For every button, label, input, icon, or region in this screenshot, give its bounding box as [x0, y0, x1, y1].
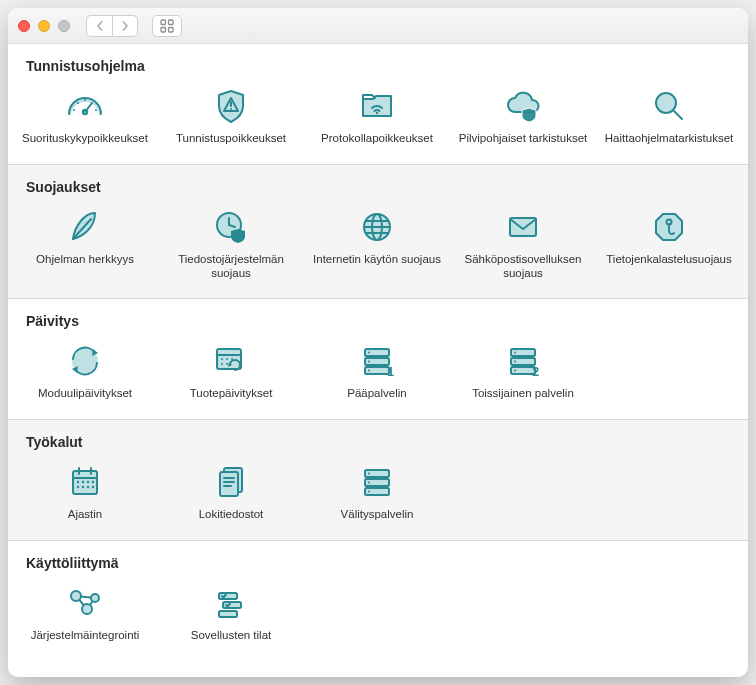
item-label: Sovellusten tilat [191, 629, 272, 643]
item-ajastin[interactable]: Ajastin [12, 460, 158, 522]
svg-point-32 [221, 358, 223, 360]
item-tuotepaivitykset[interactable]: Tuotepäivitykset [158, 339, 304, 401]
item-sahkopostisovelluksen-suojaus[interactable]: Sähköpostisovelluksen suojaus [450, 205, 596, 281]
item-tietojenkalastelusuojaus[interactable]: Tietojenkalastelusuojaus [596, 205, 742, 281]
icon-row: Ajastin Lokitiedostot Välityspalvelin [8, 454, 748, 540]
item-label: Lokitiedostot [199, 508, 264, 522]
item-tiedostojarjestelman-suojaus[interactable]: Tiedostojärjestelmän suojaus [158, 205, 304, 281]
item-label: Tunnistuspoikkeukset [176, 132, 286, 146]
item-label: Haittaohjelmatarkistukset [605, 132, 733, 146]
icon-row: Suorituskykypoikkeukset Tunnistuspoikkeu… [8, 78, 748, 164]
item-pilvipohjaiset-tarkistukset[interactable]: Pilvipohjaiset tarkistukset [450, 84, 596, 146]
item-haittaohjelmatarkistukset[interactable]: Haittaohjelmatarkistukset [596, 84, 742, 146]
back-button[interactable] [86, 15, 112, 37]
svg-rect-72 [220, 472, 238, 496]
clock-shield-icon [207, 205, 255, 249]
item-label: Sähköpostisovelluksen suojaus [458, 253, 588, 281]
traffic-lights [18, 20, 70, 32]
document-icon [207, 460, 255, 504]
svg-text:2: 2 [532, 364, 539, 379]
svg-point-8 [84, 99, 86, 101]
refresh-circle-icon [61, 339, 109, 383]
zoom-window-button[interactable] [58, 20, 70, 32]
magnifier-icon [645, 84, 693, 128]
item-label: Tiedostojärjestelmän suojaus [166, 253, 296, 281]
svg-point-45 [368, 370, 370, 372]
svg-point-67 [82, 486, 84, 488]
svg-point-36 [226, 363, 228, 365]
svg-point-43 [368, 352, 370, 354]
item-label: Pääpalvelin [347, 387, 406, 401]
content-scroll[interactable]: Tunnistusohjelma Suorituskykypoikkeukset… [8, 44, 748, 677]
svg-point-64 [87, 481, 89, 483]
show-all-button[interactable] [152, 15, 182, 37]
item-label: Ajastin [68, 508, 103, 522]
preferences-window: Tunnistusohjelma Suorituskykypoikkeukset… [8, 8, 748, 677]
shield-alert-icon [207, 84, 255, 128]
svg-point-6 [73, 109, 75, 111]
svg-point-69 [92, 486, 94, 488]
svg-point-35 [221, 363, 223, 365]
item-paapalvelin[interactable]: 1 Pääpalvelin [304, 339, 450, 401]
item-moduulipaivitykset[interactable]: Moduulipäivitykset [12, 339, 158, 401]
svg-rect-3 [169, 27, 174, 32]
network-nodes-icon [61, 581, 109, 625]
item-sovellusten-tilat[interactable]: Sovellusten tilat [158, 581, 304, 643]
svg-point-53 [514, 352, 516, 354]
gauge-icon [61, 84, 109, 128]
svg-line-15 [674, 111, 682, 119]
item-label: Tietojenkalastelusuojaus [606, 253, 732, 267]
feather-icon [61, 205, 109, 249]
item-label: Internetin käytön suojaus [313, 253, 441, 267]
item-suorituskykypoikkeukset[interactable]: Suorituskykypoikkeukset [12, 84, 158, 146]
svg-point-7 [77, 102, 79, 104]
app-states-icon [207, 581, 255, 625]
item-label: Suorituskykypoikkeukset [22, 132, 148, 146]
section-title: Päivitys [8, 299, 748, 333]
item-protokollapoikkeukset[interactable]: Protokollapoikkeukset [304, 84, 450, 146]
svg-point-85 [368, 491, 370, 493]
svg-rect-2 [161, 27, 166, 32]
section-tunnistusohjelma: Tunnistusohjelma Suorituskykypoikkeukset… [8, 44, 748, 164]
forward-button[interactable] [112, 15, 138, 37]
svg-rect-0 [161, 20, 166, 25]
svg-point-54 [514, 361, 516, 363]
minimize-window-button[interactable] [38, 20, 50, 32]
item-lokitiedostot[interactable]: Lokitiedostot [158, 460, 304, 522]
svg-rect-25 [510, 218, 536, 236]
svg-point-68 [87, 486, 89, 488]
server-1-icon: 1 [353, 339, 401, 383]
nav-arrow-group [86, 15, 138, 37]
server-icon [353, 460, 401, 504]
item-label: Välityspalvelin [341, 508, 414, 522]
item-tunnistuspoikkeukset[interactable]: Tunnistuspoikkeukset [158, 84, 304, 146]
close-window-button[interactable] [18, 20, 30, 32]
folder-wifi-icon [353, 84, 401, 128]
svg-point-44 [368, 361, 370, 363]
item-label: Järjestelmäintegrointi [31, 629, 140, 643]
svg-point-66 [77, 486, 79, 488]
titlebar [8, 8, 748, 44]
item-label: Tuotepäivitykset [190, 387, 273, 401]
svg-point-12 [376, 112, 378, 114]
icon-row: Järjestelmäintegrointi Sovellusten tilat [8, 575, 748, 661]
cloud-shield-icon [499, 84, 547, 128]
item-jarjestelmaintegrointi[interactable]: Järjestelmäintegrointi [12, 581, 158, 643]
svg-point-33 [226, 358, 228, 360]
item-internetin-kayton-suojaus[interactable]: Internetin käytön suojaus [304, 205, 450, 281]
section-kayttoliittyma: Käyttöliittymä Järjestelmäintegrointi So… [8, 540, 748, 661]
section-tyokalut: Työkalut Ajastin Lokitiedostot [8, 419, 748, 540]
section-paivitys: Päivitys Moduulipäivitykset Tuotepäivity… [8, 298, 748, 419]
item-valityspalvelin[interactable]: Välityspalvelin [304, 460, 450, 522]
svg-point-83 [368, 473, 370, 475]
svg-line-5 [85, 103, 92, 112]
item-label: Ohjelman herkkyys [36, 253, 134, 267]
section-suojaukset: Suojaukset Ohjelman herkkyys Tiedostojär… [8, 164, 748, 299]
item-ohjelman-herkkyys[interactable]: Ohjelman herkkyys [12, 205, 158, 281]
svg-point-84 [368, 482, 370, 484]
item-label: Toissijainen palvelin [472, 387, 574, 401]
item-toissijainen-palvelin[interactable]: 2 Toissijainen palvelin [450, 339, 596, 401]
section-title: Käyttöliittymä [8, 541, 748, 575]
item-label: Moduulipäivitykset [38, 387, 132, 401]
calendar-refresh-icon [207, 339, 255, 383]
